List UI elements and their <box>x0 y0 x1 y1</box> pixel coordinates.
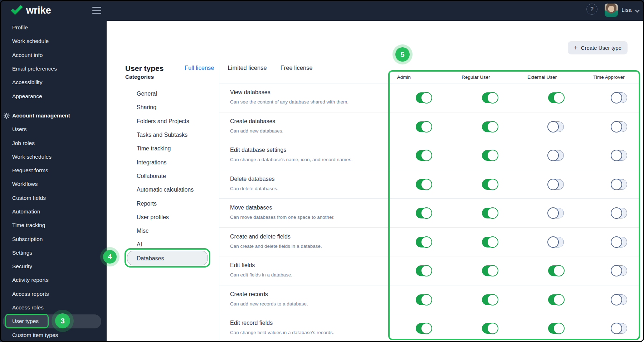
permission-description: Can change a database's name, icon, and … <box>230 157 353 162</box>
permission-title: View databases <box>230 89 270 96</box>
sidebar-item-work-schedule[interactable]: Work schedule <box>0 34 107 48</box>
toggle-knob <box>421 121 432 133</box>
tab-free-license[interactable]: Free license <box>280 64 313 71</box>
app-window: wrike ? Lisa ProfileWork scheduleAccount… <box>0 0 644 342</box>
category-item-automatic-calculations[interactable]: Automatic calculations <box>137 183 215 197</box>
chevron-down-icon[interactable] <box>635 8 640 13</box>
toggle-regular-user-move-databases[interactable] <box>482 208 498 218</box>
sidebar-item-appearance[interactable]: Appearance <box>0 89 107 103</box>
category-item-misc[interactable]: Misc <box>137 224 215 238</box>
permission-description: Can add new records to a database. <box>230 301 308 307</box>
sidebar-item-activity-reports[interactable]: Activity reports <box>0 273 107 287</box>
toggle-regular-user-edit-fields[interactable] <box>482 265 498 276</box>
sidebar-item-custom-fields[interactable]: Custom fields <box>0 191 107 205</box>
toggle-external-user-edit-fields[interactable] <box>548 265 564 276</box>
sidebar-item-custom-item-types[interactable]: Custom item types <box>0 328 107 342</box>
hamburger-menu-icon[interactable] <box>92 7 101 14</box>
sidebar-item-label: Accessibility <box>12 79 42 86</box>
toggle-regular-user-create-and-delete-fields[interactable] <box>482 237 498 247</box>
category-item-general[interactable]: General <box>137 87 215 101</box>
toggle-external-user-create-records[interactable] <box>548 294 564 305</box>
sidebar-item-users[interactable]: Users <box>0 122 107 136</box>
category-item-user-profiles[interactable]: User profiles <box>137 211 215 224</box>
wrike-logo[interactable]: wrike <box>11 5 51 16</box>
toggle-admin-edit-fields[interactable] <box>416 265 431 276</box>
sidebar-item-profile[interactable]: Profile <box>0 21 107 34</box>
sidebar-item-time-tracking[interactable]: Time tracking <box>0 218 107 232</box>
user-avatar[interactable] <box>605 4 618 17</box>
category-item-ai[interactable]: AI <box>137 238 215 251</box>
toggle-knob <box>611 179 622 190</box>
toggle-admin-edit-record-fields[interactable] <box>416 323 431 334</box>
category-item-collaborate[interactable]: Collaborate <box>137 169 215 183</box>
help-icon[interactable]: ? <box>586 4 597 15</box>
category-item-tasks-and-subtasks[interactable]: Tasks and Subtasks <box>137 128 215 142</box>
category-item-time-tracking[interactable]: Time tracking <box>137 142 215 155</box>
toggle-regular-user-delete-databases[interactable] <box>482 179 498 190</box>
toggle-external-user-view-databases[interactable] <box>548 92 564 103</box>
toggle-external-user-create-databases[interactable] <box>548 121 564 132</box>
toggle-external-user-delete-databases[interactable] <box>548 179 564 190</box>
toggle-admin-delete-databases[interactable] <box>416 179 431 190</box>
category-item-reports[interactable]: Reports <box>137 197 215 210</box>
sidebar-item-settings[interactable]: Settings <box>0 246 107 260</box>
toggle-time-approver-create-databases[interactable] <box>611 121 627 132</box>
toggle-external-user-edit-record-fields[interactable] <box>548 323 564 334</box>
sidebar-item-accessibility[interactable]: Accessibility <box>0 76 107 89</box>
toggle-external-user-create-and-delete-fields[interactable] <box>548 237 564 247</box>
toggle-time-approver-move-databases[interactable] <box>611 208 627 218</box>
create-user-type-button[interactable]: + Create User type <box>568 41 628 54</box>
toggle-regular-user-edit-database-settings[interactable] <box>482 150 498 161</box>
sidebar-item-subscription[interactable]: Subscription <box>0 232 107 246</box>
toggle-time-approver-edit-fields[interactable] <box>611 265 627 276</box>
category-item-databases[interactable]: Databases <box>137 252 215 265</box>
sidebar-item-access-reports[interactable]: Access reports <box>0 287 107 301</box>
toggle-external-user-move-databases[interactable] <box>548 208 564 218</box>
sidebar-item-automation[interactable]: Automation <box>0 205 107 218</box>
toggle-admin-edit-database-settings[interactable] <box>416 150 431 161</box>
toggle-regular-user-create-databases[interactable] <box>482 121 498 132</box>
sidebar-item-label: Custom item types <box>12 332 58 338</box>
tab-limited-license[interactable]: Limited license <box>228 64 267 71</box>
toggle-time-approver-view-databases[interactable] <box>611 92 627 103</box>
toggle-knob <box>547 179 559 190</box>
sidebar-item-work-schedules[interactable]: Work schedules <box>0 150 107 164</box>
toggle-knob <box>611 121 622 133</box>
toggle-knob <box>421 92 432 103</box>
toggle-time-approver-delete-databases[interactable] <box>611 179 627 190</box>
sidebar-item-request-forms[interactable]: Request forms <box>0 164 107 177</box>
sidebar-item-workflows[interactable]: Workflows <box>0 177 107 191</box>
toggle-regular-user-create-records[interactable] <box>482 294 498 305</box>
sidebar-item-user-types[interactable]: User types3 <box>3 314 101 328</box>
sidebar-item-job-roles[interactable]: Job roles <box>0 136 107 150</box>
toggle-admin-view-databases[interactable] <box>416 92 431 103</box>
sidebar-nav: ProfileWork scheduleAccount infoEmail pr… <box>0 21 107 342</box>
toggle-admin-create-databases[interactable] <box>416 121 431 132</box>
toggle-time-approver-edit-database-settings[interactable] <box>611 150 627 161</box>
toggle-external-user-edit-database-settings[interactable] <box>548 150 564 161</box>
sidebar-item-label: Appearance <box>12 93 42 100</box>
category-item-folders-and-projects[interactable]: Folders and Projects <box>137 115 215 128</box>
page-title: User types <box>125 64 164 73</box>
user-menu[interactable]: Lisa <box>621 7 631 13</box>
toggle-admin-create-and-delete-fields[interactable] <box>416 237 431 247</box>
sidebar-item-access-roles[interactable]: Access roles <box>0 301 107 314</box>
toggle-admin-create-records[interactable] <box>416 294 431 305</box>
toggle-admin-move-databases[interactable] <box>416 208 431 218</box>
category-item-sharing[interactable]: Sharing <box>137 101 215 114</box>
toggle-knob <box>487 294 498 305</box>
toggle-regular-user-edit-record-fields[interactable] <box>482 323 498 334</box>
toggle-time-approver-edit-record-fields[interactable] <box>611 323 627 334</box>
sidebar-item-security[interactable]: Security <box>0 260 107 273</box>
toggle-regular-user-view-databases[interactable] <box>482 92 498 103</box>
category-item-integrations[interactable]: Integrations <box>137 155 215 169</box>
sidebar-item-account-info[interactable]: Account info <box>0 48 107 62</box>
sidebar-item-account-management[interactable]: Account management <box>0 109 107 122</box>
toggle-time-approver-create-and-delete-fields[interactable] <box>611 237 627 247</box>
toggle-knob <box>553 323 565 334</box>
toggle-time-approver-create-records[interactable] <box>611 294 627 305</box>
permission-row-move-databases: Move databasesCan move databases from on… <box>219 199 640 228</box>
tab-full-license[interactable]: Full license <box>185 64 214 71</box>
sidebar-item-email-preferences[interactable]: Email preferences <box>0 62 107 76</box>
permission-title: Edit database settings <box>230 147 286 153</box>
